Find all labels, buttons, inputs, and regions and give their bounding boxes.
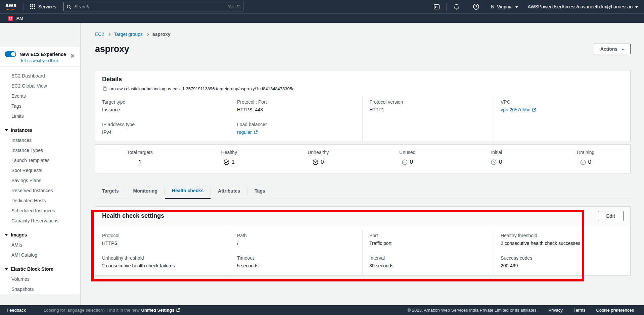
field-success-codes: Success codes 200-499 bbox=[501, 255, 624, 268]
sidebar-item-scheduled-instances[interactable]: Scheduled Instances bbox=[0, 206, 80, 216]
tab-bar: Targets Monitoring Health checks Attribu… bbox=[95, 183, 631, 199]
breadcrumb-current: asproxy bbox=[152, 32, 171, 37]
sidebar-item-volumes[interactable]: Volumes bbox=[0, 274, 80, 284]
check-circle-icon bbox=[224, 159, 229, 165]
field-protocol-port: Protocol : Port HTTPS: 443 bbox=[237, 99, 356, 112]
sidebar-item-savings-plans[interactable]: Savings Plans bbox=[0, 175, 80, 186]
sidebar-section-instances[interactable]: Instances bbox=[0, 125, 80, 135]
divider bbox=[466, 3, 466, 11]
actions-label: Actions bbox=[600, 46, 617, 52]
aws-logo[interactable]: aws bbox=[5, 3, 17, 10]
language-selection-note: Looking for language selection? Find it … bbox=[44, 308, 180, 313]
privacy-link[interactable]: Privacy bbox=[548, 308, 563, 313]
chevron-down-icon bbox=[635, 6, 638, 8]
sidebar-item-limits[interactable]: Limits bbox=[0, 111, 80, 121]
sidebar-item-instances[interactable]: Instances bbox=[0, 135, 80, 145]
details-grid: Target type Instance IP address type IPv… bbox=[95, 93, 630, 142]
field-unhealthy-threshold: Unhealthy threshold 2 consecutive health… bbox=[102, 255, 223, 268]
footer-bar: Feedback Looking for language selection?… bbox=[0, 305, 644, 315]
actions-button[interactable]: Actions bbox=[594, 44, 631, 54]
details-card: Details arn:aws:elasticloadbalancing:us-… bbox=[95, 70, 631, 142]
breadcrumb-target-groups[interactable]: Target groups bbox=[114, 32, 143, 37]
field-timeout: Timeout 5 seconds bbox=[237, 255, 356, 268]
tab-targets[interactable]: Targets bbox=[95, 183, 126, 199]
divider bbox=[24, 3, 24, 11]
tab-monitoring[interactable]: Monitoring bbox=[126, 183, 165, 199]
global-search[interactable]: [Alt+S] bbox=[63, 2, 243, 11]
sidebar-item-ami-catalog[interactable]: AMI Catalog bbox=[0, 250, 80, 260]
grid-icon bbox=[30, 4, 35, 9]
tell-us-link[interactable]: Tell us what you think bbox=[20, 58, 76, 63]
copyright-text: © 2023, Amazon Web Services India Privat… bbox=[408, 308, 538, 313]
stat-unused: Unused 0 bbox=[363, 150, 452, 166]
services-menu-button[interactable]: Services bbox=[30, 4, 56, 9]
page-header: asproxy Actions bbox=[95, 42, 631, 56]
sidebar-item-spot-requests[interactable]: Spot Requests bbox=[0, 165, 80, 175]
sidebar-section-elastic-block-store[interactable]: Elastic Block Store bbox=[0, 264, 80, 274]
edit-button[interactable]: Edit bbox=[598, 211, 624, 221]
new-experience-toggle[interactable] bbox=[5, 51, 16, 57]
external-link-icon bbox=[532, 108, 536, 112]
services-label: Services bbox=[38, 4, 56, 9]
sidebar-item-reserved-instances[interactable]: Reserved Instances bbox=[0, 186, 80, 196]
iam-label: IAM bbox=[15, 16, 23, 21]
top-navigation-bar: aws Services [Alt+S] ? N. Virginia AWSPo… bbox=[0, 0, 644, 13]
health-check-grid: Protocol HTTPS Unhealthy threshold 2 con… bbox=[95, 225, 630, 275]
field-load-balancer: Load balancer regular bbox=[237, 122, 356, 135]
favorite-iam-link[interactable]: IAM bbox=[8, 16, 23, 21]
breadcrumb: EC2 Target groups asproxy bbox=[95, 32, 631, 37]
cookie-preferences-link[interactable]: Cookie preferences bbox=[596, 308, 634, 313]
sidebar-item-launch-templates[interactable]: Launch Templates bbox=[0, 155, 80, 165]
favorites-bar: IAM bbox=[0, 13, 644, 23]
page-title: asproxy bbox=[95, 44, 129, 54]
arn-row: arn:aws:elasticloadbalancing:us-east-1:3… bbox=[102, 86, 624, 91]
sidebar-item-events[interactable]: Events bbox=[0, 91, 80, 101]
tab-attributes[interactable]: Attributes bbox=[211, 183, 247, 199]
close-icon[interactable]: ✕ bbox=[70, 53, 75, 59]
help-icon[interactable]: ? bbox=[471, 2, 481, 12]
field-ip-address-type: IP address type IPv4 bbox=[102, 122, 223, 135]
tab-tags[interactable]: Tags bbox=[247, 183, 272, 199]
aws-logo-text: aws bbox=[5, 2, 17, 8]
sidebar-item-instance-types[interactable]: Instance Types bbox=[0, 145, 80, 155]
sidebar-section-images[interactable]: Images bbox=[0, 230, 80, 240]
notifications-bell-icon[interactable] bbox=[451, 2, 461, 12]
region-selector[interactable]: N. Virginia bbox=[491, 4, 518, 9]
sidebar-item-capacity-reservations[interactable]: Capacity Reservations bbox=[0, 216, 80, 226]
chevron-down-icon bbox=[515, 6, 518, 8]
sidebar-item-dedicated-hosts[interactable]: Dedicated Hosts bbox=[0, 196, 80, 206]
stat-total-targets: Total targets 1 bbox=[95, 150, 185, 166]
sidebar: New EC2 Experience Tell us what you thin… bbox=[0, 23, 81, 305]
sidebar-item-tags[interactable]: Tags bbox=[0, 101, 80, 111]
search-icon bbox=[66, 4, 72, 9]
sidebar-nav: EC2 Dashboard EC2 Global View Events Tag… bbox=[0, 67, 80, 294]
new-ec2-experience-block: New EC2 Experience Tell us what you thin… bbox=[0, 47, 80, 67]
tab-health-checks[interactable]: Health checks bbox=[165, 183, 211, 199]
sidebar-item-amis[interactable]: AMIs bbox=[0, 240, 80, 250]
account-label: AWSPowerUserAccess/navaneeth.kn@harness.… bbox=[528, 4, 633, 9]
unified-settings-link[interactable]: Unified Settings bbox=[141, 308, 180, 313]
stat-healthy: Healthy 1 bbox=[185, 150, 274, 166]
stat-initial: Initial 0 bbox=[452, 150, 541, 166]
sidebar-item-ec2-dashboard[interactable]: EC2 Dashboard bbox=[0, 71, 80, 81]
field-interval: Interval 30 seconds bbox=[369, 255, 487, 268]
stat-unhealthy: Unhealthy 0 bbox=[274, 150, 363, 166]
chevron-down-icon bbox=[5, 268, 8, 270]
divider bbox=[523, 3, 523, 11]
sidebar-item-snapshots[interactable]: Snapshots bbox=[0, 284, 80, 294]
search-input[interactable] bbox=[74, 4, 227, 9]
breadcrumb-ec2[interactable]: EC2 bbox=[95, 32, 104, 37]
target-group-arn: arn:aws:elasticloadbalancing:us-east-1:3… bbox=[109, 86, 294, 91]
cloudshell-icon[interactable] bbox=[431, 2, 442, 12]
feedback-link[interactable]: Feedback bbox=[7, 308, 26, 313]
load-balancer-link[interactable]: regular bbox=[237, 129, 258, 135]
field-protocol: Protocol HTTPS bbox=[102, 233, 223, 246]
account-menu[interactable]: AWSPowerUserAccess/navaneeth.kn@harness.… bbox=[528, 4, 638, 9]
copy-icon[interactable] bbox=[102, 86, 107, 91]
x-circle-icon bbox=[313, 159, 318, 165]
sidebar-item-ec2-global-view[interactable]: EC2 Global View bbox=[0, 81, 80, 91]
chevron-down-icon bbox=[5, 129, 8, 131]
vpc-link[interactable]: vpc-2657db5c bbox=[501, 107, 536, 112]
terms-link[interactable]: Terms bbox=[573, 308, 585, 313]
section-label: Instances bbox=[11, 127, 33, 133]
